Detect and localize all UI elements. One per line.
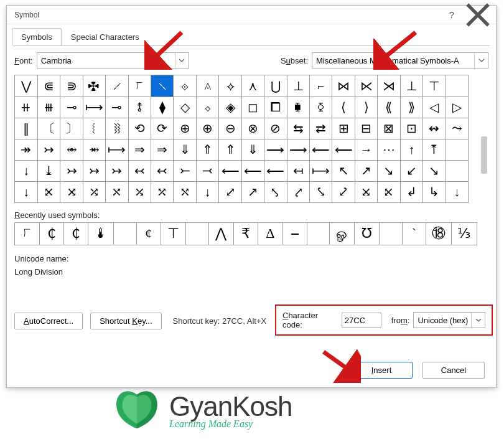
symbol-cell[interactable]: ↗	[355, 160, 377, 181]
recent-symbol-cell[interactable]	[380, 223, 402, 245]
symbol-cell[interactable]: ⧻	[37, 97, 60, 118]
symbol-cell[interactable]	[446, 160, 468, 181]
symbol-cell[interactable]: ⊟	[355, 118, 377, 139]
symbol-cell[interactable]: ⊥	[287, 75, 309, 97]
symbol-cell[interactable]: ⟍	[151, 75, 174, 97]
symbol-cell[interactable]: ⬦	[196, 97, 218, 118]
from-combo[interactable]: Unicode (hex)	[413, 312, 485, 328]
symbol-cell[interactable]: ⤢	[219, 181, 241, 202]
symbol-cell[interactable]: ⤪	[378, 181, 400, 202]
recent-symbol-cell[interactable]: ‒	[282, 223, 307, 245]
symbol-cell[interactable]: ⟐	[174, 75, 196, 97]
recent-symbol-cell[interactable]: ௐ	[330, 223, 355, 245]
recent-symbol-cell[interactable]: ₹	[233, 223, 258, 245]
symbol-cell[interactable]: ↳	[423, 181, 446, 202]
recent-symbol-cell[interactable]: ₵	[39, 223, 63, 245]
symbol-cell[interactable]: ⟌	[128, 75, 151, 97]
symbol-cell[interactable]: ↓	[15, 181, 37, 202]
symbol-cell[interactable]: →	[355, 139, 377, 160]
cancel-button[interactable]: Cancel	[422, 362, 485, 379]
subset-combo[interactable]: Miscellaneous Mathematical Symbols-A	[312, 52, 488, 68]
symbol-cell[interactable]: ⟵	[264, 160, 287, 181]
symbol-cell[interactable]	[446, 139, 468, 160]
recent-symbol-cell[interactable]: ⋀	[208, 223, 233, 245]
recent-symbol-cell[interactable]: ⊤	[161, 223, 185, 245]
symbol-cell[interactable]: 〕	[60, 118, 83, 139]
recent-symbol-cell[interactable]	[114, 223, 136, 245]
recent-symbol-cell[interactable]	[307, 223, 329, 245]
symbol-cell[interactable]: ⊥	[400, 75, 422, 97]
symbol-cell[interactable]: ⤳	[446, 118, 468, 139]
symbol-cell[interactable]: ↘	[378, 160, 400, 181]
symbol-cell[interactable]: ⋏	[241, 75, 264, 97]
symbol-cell[interactable]: ⊞	[332, 118, 355, 139]
symbol-cell[interactable]: ↓	[446, 181, 468, 202]
symbol-cell[interactable]: ⇒	[151, 139, 174, 160]
symbol-cell[interactable]: ⤙	[196, 160, 218, 181]
symbol-cell[interactable]: ⊸	[106, 97, 128, 118]
symbol-cell[interactable]: ↓	[15, 160, 37, 181]
symbol-cell[interactable]: ↭	[423, 118, 446, 139]
symbol-cell[interactable]: ⤪	[37, 181, 60, 202]
symbol-cell[interactable]: ◈	[219, 97, 241, 118]
symbol-cell[interactable]: ↣	[37, 139, 60, 160]
recent-symbol-cell[interactable]: Δ	[258, 223, 282, 245]
symbol-cell[interactable]: ↤	[287, 160, 309, 181]
symbol-cell[interactable]: ⟳	[151, 118, 174, 139]
symbol-cell[interactable]: ⌐	[309, 75, 332, 97]
symbol-cell[interactable]: ⋈	[332, 75, 355, 97]
tab-special-characters[interactable]: Special Characters	[62, 28, 149, 45]
symbol-cell[interactable]: ⊘	[264, 118, 287, 139]
symbol-cell[interactable]: ⇓	[241, 139, 264, 160]
insert-button[interactable]: Insert	[350, 362, 413, 379]
font-combo[interactable]: Cambria	[37, 52, 189, 68]
symbol-cell[interactable]: ⤣	[264, 181, 287, 202]
symbol-cell[interactable]: ⤨	[60, 181, 83, 202]
symbol-cell[interactable]: ⋃	[264, 75, 287, 97]
symbol-cell[interactable]: ↖	[332, 160, 355, 181]
help-icon[interactable]: ?	[439, 6, 465, 24]
symbol-cell[interactable]: ⋁	[15, 75, 37, 97]
symbol-cell[interactable]: ⊠	[378, 118, 400, 139]
symbol-cell[interactable]: ⧾	[83, 75, 105, 97]
symbol-cell[interactable]: ⊤	[423, 75, 446, 97]
shortcut-key-button[interactable]: Shortcut Key...	[90, 313, 161, 329]
symbol-cell[interactable]: ◁	[423, 97, 446, 118]
symbol-cell[interactable]: ⇄	[309, 118, 332, 139]
recent-symbol-cell[interactable]: ⑱	[426, 223, 451, 245]
symbol-cell[interactable]: ⤚	[174, 160, 196, 181]
symbol-cell[interactable]: ⋊	[378, 75, 400, 97]
symbol-cell[interactable]: ⇆	[287, 118, 309, 139]
symbol-cell[interactable]: ⟼	[83, 97, 105, 118]
symbol-cell[interactable]: ↲	[400, 181, 422, 202]
symbol-cell[interactable]: ⤮	[83, 181, 105, 202]
symbol-cell[interactable]: ⇓	[174, 139, 196, 160]
symbol-cell[interactable]: ⟶	[287, 139, 309, 160]
symbol-cell[interactable]: 〔	[37, 118, 60, 139]
recent-symbol-cell[interactable]: ¢	[136, 223, 161, 245]
symbol-cell[interactable]: ⧺	[15, 97, 37, 118]
symbol-cell[interactable]: ⊕	[174, 118, 196, 139]
symbol-cell[interactable]: ⇒	[128, 139, 151, 160]
symbol-cell[interactable]: ⊗	[241, 118, 264, 139]
symbol-cell[interactable]: ⋯	[378, 139, 400, 160]
symbol-cell[interactable]: ⊖	[219, 118, 241, 139]
recent-symbol-cell[interactable]: ⅓	[451, 223, 477, 245]
symbol-cell[interactable]: ↗	[241, 181, 264, 202]
symbol-cell[interactable]: ⟨	[332, 97, 355, 118]
symbol-cell[interactable]: ↣	[83, 160, 105, 181]
symbol-cell[interactable]: ⧲	[309, 97, 332, 118]
symbol-cell[interactable]: ◻	[241, 97, 264, 118]
symbol-cell[interactable]: ↣	[60, 160, 83, 181]
symbol-cell[interactable]	[446, 75, 468, 97]
symbol-cell[interactable]: ⇑	[219, 139, 241, 160]
symbol-cell[interactable]: ⥇	[83, 139, 105, 160]
symbol-grid[interactable]: ⋁⋐⋑⧾⟋⟌⟍⟐⟑⟡⋏⋃⊥⌐⋈⋉⋊⊥⊤⧺⧻⊸⟼⊸⥉⧫◇⬦◈◻⧠⧯⧲⟨⟩⟪⟫◁▷‖…	[14, 75, 469, 203]
recent-symbol-cell[interactable]: 🌡	[88, 223, 114, 245]
symbol-cell[interactable]: ↢	[128, 160, 151, 181]
symbol-cell[interactable]: ⋑	[60, 75, 83, 97]
symbol-cell[interactable]: ↘	[423, 160, 446, 181]
symbol-cell[interactable]: ⤲	[174, 181, 196, 202]
symbol-cell[interactable]: ⧠	[264, 97, 287, 118]
symbol-cell[interactable]: ↙	[400, 160, 422, 181]
